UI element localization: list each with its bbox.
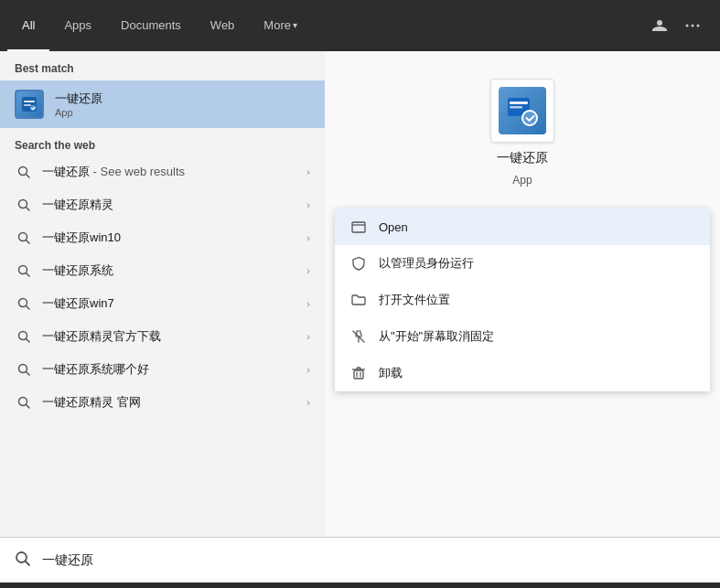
svg-point-2 xyxy=(697,25,700,27)
app-detail-type: App xyxy=(512,174,532,187)
context-menu-open[interactable]: Open xyxy=(335,208,710,245)
svg-line-16 xyxy=(27,306,30,310)
search-icon xyxy=(15,360,33,379)
context-menu-location-label: 打开文件位置 xyxy=(379,292,450,308)
svg-line-14 xyxy=(27,273,30,277)
chevron-right-icon: › xyxy=(306,331,310,342)
result-text: 一键还原win10 xyxy=(42,230,297,246)
svg-line-22 xyxy=(27,405,30,409)
svg-rect-30 xyxy=(354,370,363,379)
trash-icon xyxy=(349,364,368,382)
svg-point-26 xyxy=(522,111,537,125)
context-menu-open-label: Open xyxy=(379,220,408,234)
context-menu-uninstall[interactable]: 卸载 xyxy=(335,355,710,391)
nav-tabs: All Apps Documents Web More ▾ xyxy=(0,0,720,51)
folder-icon xyxy=(349,291,368,309)
svg-rect-4 xyxy=(24,101,35,102)
result-text: 一键还原系统 xyxy=(42,262,297,279)
svg-rect-27 xyxy=(352,222,365,232)
search-icon xyxy=(15,393,33,412)
tab-apps[interactable]: Apps xyxy=(49,0,106,51)
web-section-label: Search the web xyxy=(0,128,325,155)
context-menu-admin-label: 以管理员身份运行 xyxy=(379,255,474,272)
best-match-item[interactable]: 一键还原 App xyxy=(0,80,325,128)
svg-point-1 xyxy=(692,25,694,27)
app-large-icon xyxy=(490,79,554,143)
best-match-label: Best match xyxy=(0,51,325,80)
list-item[interactable]: 一键还原系统 › xyxy=(0,254,325,287)
shield-icon xyxy=(349,254,368,273)
tab-all[interactable]: All xyxy=(7,0,49,51)
svg-line-20 xyxy=(27,372,30,376)
search-icon xyxy=(15,229,33,247)
app-detail-name: 一键还原 xyxy=(497,150,548,166)
best-match-text: 一键还原 App xyxy=(55,91,102,118)
best-match-type: App xyxy=(55,107,102,118)
list-item[interactable]: 一键还原win7 › xyxy=(0,287,325,320)
context-menu: Open 以管理员身份运行 xyxy=(335,208,710,391)
tab-documents[interactable]: Documents xyxy=(106,0,196,51)
more-options-button[interactable] xyxy=(680,13,705,38)
result-text: 一键还原精灵 官网 xyxy=(42,394,297,411)
app-logo-icon xyxy=(20,95,38,113)
svg-line-12 xyxy=(27,241,30,244)
right-panel: 一键还原 App Open xyxy=(325,51,720,537)
result-text: 一键还原 - See web results xyxy=(42,164,297,180)
svg-line-35 xyxy=(26,561,30,565)
unpin-icon xyxy=(349,327,368,346)
more-dropdown-icon: ▾ xyxy=(293,20,297,30)
open-icon xyxy=(349,218,368,236)
result-text: 一键还原精灵 xyxy=(42,197,297,213)
list-item[interactable]: 一键还原精灵 官网 › xyxy=(0,386,325,419)
chevron-right-icon: › xyxy=(306,364,310,375)
svg-point-0 xyxy=(686,25,689,27)
context-menu-uninstall-label: 卸载 xyxy=(379,365,403,381)
result-text: 一键还原精灵官方下载 xyxy=(42,328,297,345)
list-item[interactable]: 一键还原系统哪个好 › xyxy=(0,353,325,386)
svg-rect-24 xyxy=(510,102,528,104)
svg-line-8 xyxy=(27,175,30,178)
app-icon-inner xyxy=(16,91,42,117)
result-text: 一键还原win7 xyxy=(42,295,297,312)
search-icon xyxy=(15,163,33,181)
chevron-right-icon: › xyxy=(306,397,310,408)
ellipsis-icon xyxy=(685,18,700,33)
nav-tabs-right xyxy=(647,13,713,38)
app-detail: 一键还原 App xyxy=(490,79,554,187)
search-icon xyxy=(15,327,33,346)
svg-line-18 xyxy=(27,339,30,343)
chevron-right-icon: › xyxy=(306,199,310,210)
left-panel: Best match 一键还原 App xyxy=(0,51,325,537)
tab-web[interactable]: Web xyxy=(196,0,250,51)
svg-rect-5 xyxy=(24,104,31,106)
main-content: Best match 一键还原 App xyxy=(0,51,720,537)
search-bar xyxy=(0,537,720,583)
search-icon xyxy=(15,262,33,280)
result-text: 一键还原系统哪个好 xyxy=(42,361,297,378)
chevron-right-icon: › xyxy=(306,166,310,177)
list-item[interactable]: 一键还原 - See web results › xyxy=(0,155,325,188)
chevron-right-icon: › xyxy=(306,298,310,309)
context-menu-run-as-admin[interactable]: 以管理员身份运行 xyxy=(335,245,710,282)
app-large-icon-inner xyxy=(499,87,546,134)
nav-tabs-left: All Apps Documents Web More ▾ xyxy=(7,0,312,51)
chevron-right-icon: › xyxy=(306,232,310,243)
context-menu-unpin-label: 从"开始"屏幕取消固定 xyxy=(379,328,494,345)
search-icon xyxy=(15,294,33,313)
search-bar-icon xyxy=(15,551,31,571)
context-menu-unpin[interactable]: 从"开始"屏幕取消固定 xyxy=(335,318,710,355)
list-item[interactable]: 一键还原win10 › xyxy=(0,221,325,254)
best-match-name: 一键还原 xyxy=(55,91,102,107)
list-item[interactable]: 一键还原精灵官方下载 › xyxy=(0,320,325,353)
list-item[interactable]: 一键还原精灵 › xyxy=(0,188,325,221)
svg-line-10 xyxy=(27,208,30,211)
app-logo-large-icon xyxy=(506,94,539,127)
search-input[interactable] xyxy=(42,553,705,568)
user-icon xyxy=(652,18,667,33)
tab-more[interactable]: More ▾ xyxy=(249,0,312,51)
svg-rect-25 xyxy=(510,106,522,109)
context-menu-open-location[interactable]: 打开文件位置 xyxy=(335,282,710,318)
chevron-right-icon: › xyxy=(306,265,310,276)
user-icon-button[interactable] xyxy=(647,13,672,38)
search-icon xyxy=(15,196,33,214)
